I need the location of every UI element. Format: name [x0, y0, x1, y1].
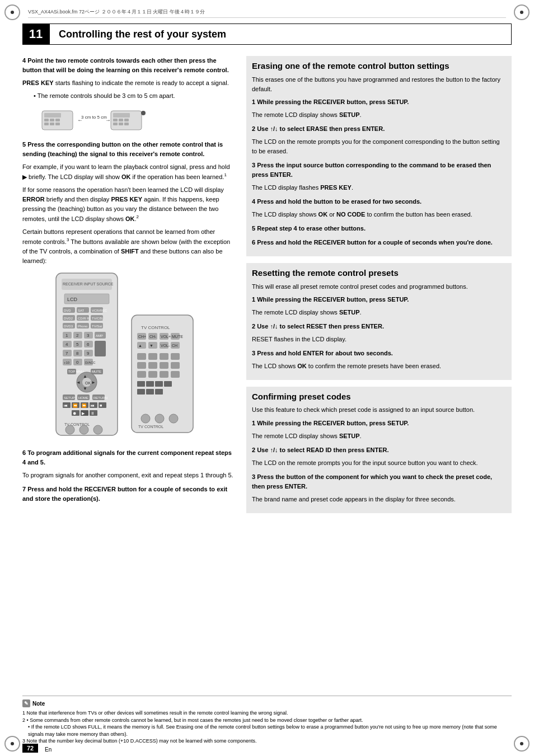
svg-text:7: 7: [65, 351, 68, 356]
svg-text:CH+: CH+: [138, 335, 146, 339]
svg-text:2: 2: [76, 333, 79, 338]
svg-rect-17: [119, 123, 123, 125]
reset-step3: 3 Press and hold ENTER for about two sec…: [252, 349, 506, 371]
erase-s4-body: The LCD display shows OK or NO CODE to c…: [252, 210, 506, 219]
erasing-intro: This erases one of the buttons you have …: [252, 75, 506, 94]
confirm-s1-body: The remote LCD display shows SETUP.: [252, 431, 506, 441]
confirm-s1-title: 1 While pressing the RECEIVER button, pr…: [252, 420, 409, 426]
erase-s1-title: 1 While pressing the RECEIVER button, pr…: [252, 98, 409, 105]
reset-step2: 2 Use ↑/↓ to select RESET then press ENT…: [252, 322, 506, 344]
page-lang: En: [45, 746, 51, 753]
svg-rect-7: [55, 123, 60, 125]
svg-rect-63: [95, 341, 106, 356]
chapter-header: 11 Controlling the rest of your system: [22, 24, 512, 45]
step-4: 4 Point the two remote controls towards …: [22, 56, 235, 101]
erase-step6: 6 Press and hold the RECEIVER button for…: [252, 238, 506, 247]
note1-text: 1 Note that interference from TVs or oth…: [22, 710, 512, 717]
remote-detail-svg: RECEIVER INPUT SOURCE LCD DVD SAT VCR/RE…: [50, 270, 207, 444]
svg-text:⏸: ⏸: [91, 411, 95, 415]
main-content: 4 Point the two remote controls towards …: [22, 56, 512, 722]
svg-rect-139: [155, 381, 163, 387]
note2-text: 2 • Some commands from other remote cont…: [22, 717, 512, 724]
svg-point-146: [169, 414, 178, 423]
erase-s2-title: 2 Use ↑/↓ to select ERASE then press ENT…: [252, 125, 385, 132]
svg-text:LCD: LCD: [67, 297, 78, 302]
svg-rect-127: [160, 353, 168, 360]
erase-step1: 1 While pressing the RECEIVER button, pr…: [252, 97, 506, 120]
svg-rect-6: [50, 123, 54, 125]
corner-decoration-tl: [4, 4, 20, 20]
note-title: ✎ Note: [22, 699, 512, 707]
erase-s1-body: The remote LCD display shows SETUP.: [252, 110, 506, 120]
svg-rect-140: [164, 381, 172, 387]
svg-text:TV CONTROL: TV CONTROL: [141, 325, 170, 330]
confirm-s3-body: The brand name and preset code appears i…: [252, 495, 506, 504]
svg-text:⏮: ⏮: [64, 403, 68, 407]
erase-step3: 3 Press the input source button correspo…: [252, 161, 506, 192]
right-column: Erasing one of the remote control button…: [246, 56, 512, 722]
resetting-section: Resetting the remote control presets Thi…: [246, 263, 512, 380]
confirm-s2-title: 2 Use ↑/↓ to select READ ID then press E…: [252, 447, 389, 453]
svg-text:MUTE: MUTE: [172, 335, 183, 339]
svg-point-144: [141, 414, 150, 423]
svg-rect-142: [146, 389, 154, 395]
reset-s2-body: RESET flashes in the LCD display.: [252, 335, 506, 344]
erase-s4-title: 4 Press and hold the button to be erased…: [252, 198, 421, 205]
svg-text:DVD3: DVD3: [64, 325, 73, 328]
svg-text:→: →: [105, 117, 111, 123]
svg-text:MUTE: MUTE: [92, 370, 101, 373]
svg-text:DVD2: DVD2: [64, 317, 73, 320]
page-number: 72: [22, 744, 38, 753]
step5-body1: For example, if you want to learn the pl…: [22, 162, 235, 182]
step-5: 5 Press the corresponding button on the …: [22, 140, 235, 266]
resetting-section-title: Resetting the remote control presets: [252, 267, 506, 279]
svg-text:0: 0: [76, 360, 79, 365]
erase-step5: 5 Repeat step 4 to erase other buttons.: [252, 224, 506, 233]
chapter-title-box: Controlling the rest of your system: [49, 24, 512, 45]
note2b-text: • If the remote LCD shows FULL, it means…: [28, 724, 512, 738]
svg-text:4: 4: [65, 342, 68, 347]
step4-title: 4 Point the two remote controls towards …: [22, 57, 229, 73]
header-text: VSX_AX4ASi.book.fm 72ページ ２００６年４月１１日 火曜日 …: [28, 8, 205, 16]
confirm-step1: 1 While pressing the RECEIVER button, pr…: [252, 419, 506, 441]
svg-point-19: [141, 111, 146, 115]
step4-body1: PRES KEY starts flashing to indicate the…: [22, 78, 235, 88]
svg-text:6: 6: [87, 342, 90, 347]
svg-rect-141: [137, 389, 145, 395]
svg-point-104: [65, 425, 74, 434]
svg-text:TV/Sat: TV/Sat: [92, 325, 102, 328]
svg-text:VCR/REC: VCR/REC: [92, 309, 107, 312]
svg-text:⏪: ⏪: [73, 403, 78, 408]
svg-text:⏩: ⏩: [82, 403, 87, 408]
svg-rect-135: [160, 371, 168, 378]
step6-body: To program signals for another component…: [22, 471, 235, 480]
reset-s2-title: 2 Use ↑/↓ to select RESET then press ENT…: [252, 323, 384, 330]
confirm-step3: 3 Press the button of the component for …: [252, 472, 506, 504]
svg-text:AMP: AMP: [96, 334, 103, 337]
note-icon: ✎: [22, 699, 30, 707]
step5-note2: Certain buttons represent operations tha…: [22, 227, 235, 266]
note3-text: 3 Note that the number key decimal butto…: [22, 738, 512, 745]
header-bar: VSX_AX4ASi.book.fm 72ページ ２００６年４月１１日 火曜日 …: [28, 8, 506, 18]
svg-text:■: ■: [100, 403, 102, 407]
reset-s1-body: The remote LCD display shows SETUP.: [252, 308, 506, 317]
svg-rect-128: [171, 353, 180, 360]
svg-text:DVD: DVD: [64, 309, 71, 312]
svg-text:▲: ▲: [138, 344, 142, 348]
erase-s2-body: The LCD on the remote prompts you for th…: [252, 137, 506, 156]
svg-text:RECEIVER    INPUT SOURCE: RECEIVER INPUT SOURCE: [63, 282, 114, 286]
confirm-s2-body: The LCD on the remote prompts you for th…: [252, 458, 506, 468]
reset-step1: 1 While pressing the RECEIVER button, pr…: [252, 295, 506, 317]
corner-decoration-tr: [514, 4, 530, 20]
confirm-s3-title: 3 Press the button of the component for …: [252, 473, 492, 490]
svg-point-106: [93, 425, 102, 434]
chapter-number: 11: [22, 24, 49, 45]
reset-s1-title: 1 While pressing the RECEIVER button, pr…: [252, 296, 409, 303]
svg-text:9: 9: [87, 351, 90, 356]
step4-bullet1: The remote controls should be 3 cm to 5 …: [34, 91, 235, 101]
svg-text:5: 5: [76, 342, 79, 347]
svg-rect-13: [113, 119, 118, 121]
svg-rect-18: [124, 123, 129, 125]
svg-rect-137: [137, 381, 145, 387]
svg-text:⏺: ⏺: [73, 411, 77, 415]
